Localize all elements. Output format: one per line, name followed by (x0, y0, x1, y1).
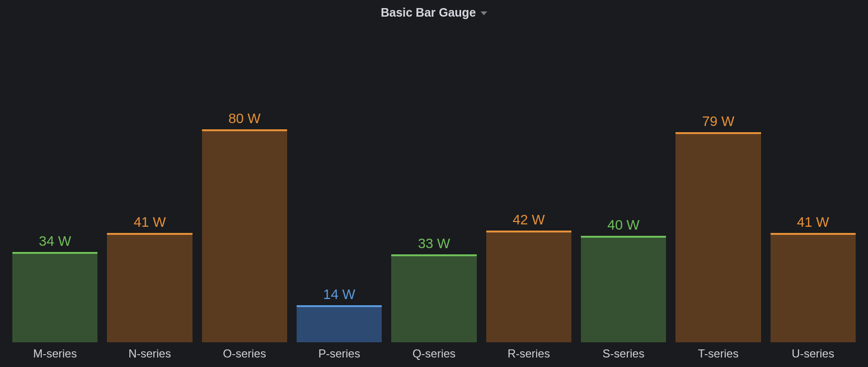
gauge-category: S-series (581, 342, 666, 363)
gauge-fill (486, 231, 571, 342)
gauge-bar: 33 W Q-series (391, 24, 476, 363)
gauge-bar: 80 W O-series (202, 24, 287, 363)
gauge-category: R-series (486, 342, 571, 363)
gauge-value: 41 W (771, 214, 856, 230)
gauge-category: O-series (202, 342, 287, 363)
gauge-fill (771, 233, 856, 342)
gauge-category: Q-series (391, 342, 476, 363)
gauge-value: 40 W (581, 217, 666, 233)
gauge-value: 41 W (107, 214, 192, 230)
gauge-value: 79 W (675, 114, 761, 129)
gauge-fill (581, 236, 666, 342)
gauge-value: 14 W (297, 287, 382, 302)
gauge-category: M-series (12, 342, 97, 363)
panel-title-text: Basic Bar Gauge (381, 6, 476, 19)
chart-area: 34 W M-series 41 W N-series 80 W O-serie… (0, 24, 868, 367)
gauge-category: U-series (771, 342, 856, 363)
gauge-fill (107, 233, 192, 342)
chevron-down-icon (481, 11, 487, 15)
gauge-value: 42 W (486, 212, 571, 228)
gauge-fill (675, 132, 761, 342)
gauge-fill (12, 252, 97, 342)
gauge-value: 33 W (391, 236, 476, 251)
gauge-fill (202, 129, 287, 342)
gauge-bar: 34 W M-series (12, 24, 97, 363)
gauge-bar: 42 W R-series (486, 24, 571, 363)
gauge-bar: 40 W S-series (581, 24, 666, 363)
gauge-bar: 14 W P-series (297, 24, 382, 363)
gauge-value: 34 W (12, 233, 97, 249)
gauge-category: T-series (675, 342, 761, 363)
bar-gauge-panel: Basic Bar Gauge 34 W M-series 41 W N-ser… (0, 0, 868, 367)
gauge-bar: 41 W U-series (771, 24, 856, 363)
gauge-fill (391, 254, 476, 342)
gauge-category: N-series (107, 342, 192, 363)
gauge-bar: 79 W T-series (675, 24, 761, 363)
gauge-bar: 41 W N-series (107, 24, 192, 363)
gauge-category: P-series (297, 342, 382, 363)
panel-title[interactable]: Basic Bar Gauge (0, 0, 868, 24)
gauge-fill (297, 305, 382, 342)
gauge-value: 80 W (202, 111, 287, 126)
